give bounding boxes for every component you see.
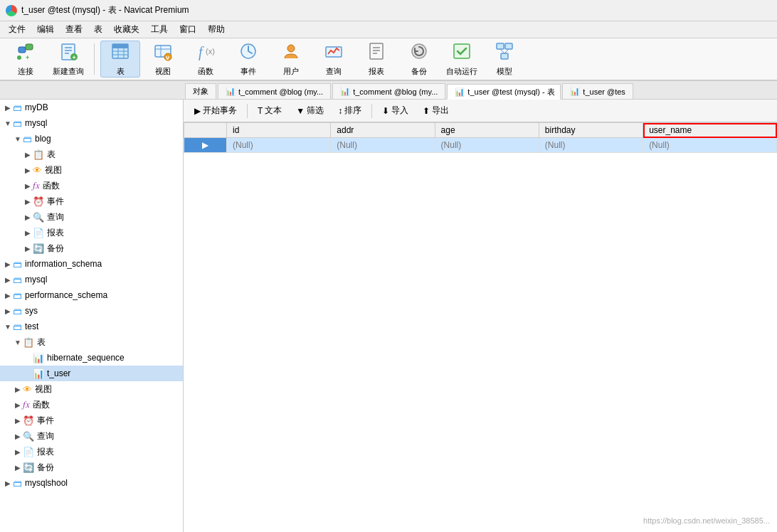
sidebar-item-mysql-db[interactable]: ▶ 🗃 mysql [0,272,183,287]
toolbar-view[interactable]: v 视图 [143,41,183,78]
filter-btn[interactable]: ▼ 筛选 [290,102,330,119]
toolbar-table[interactable]: 表 [100,41,140,78]
toolbar-query[interactable]: 查询 [314,41,354,78]
cell-username[interactable]: (Null) [643,138,777,153]
func-icon-blog: 𝑓𝑥 [33,180,40,191]
begin-transaction-btn[interactable]: ▶ 开始事务 [188,102,243,119]
tab-t-user-test-2[interactable]: 📊 t_user @tes [562,83,633,99]
tab-icon-4: 📊 [570,87,580,96]
toolbar-event[interactable]: 事件 [228,41,268,78]
col-header-username[interactable]: user_name [643,123,777,138]
tab-t-comment-2[interactable]: 📊 t_comment @blog (my... [332,83,445,99]
arrow-test: ▼ [3,323,13,331]
sidebar-item-blog-view[interactable]: ▶ 👁 视图 [0,162,183,178]
menu-favorites[interactable]: 收藏夹 [108,22,145,37]
svg-rect-33 [505,43,512,49]
col-header-birthday[interactable]: birthday [539,123,643,138]
svg-text:(x): (x) [206,47,215,55]
data-table-wrap[interactable]: id addr age birthday user_name ▶ (Null) … [184,122,777,532]
label-test: test [25,321,38,331]
sidebar-item-blog-func[interactable]: ▶ 𝑓𝑥 函数 [0,178,183,193]
label-blog-backup: 备份 [47,243,64,255]
sort-btn[interactable]: ↕ 排序 [332,102,368,119]
toolbar-model[interactable]: 模型 [485,41,524,78]
model-label: 模型 [497,66,512,77]
sidebar-item-hibernate-sequence[interactable]: ▶ 📊 hibernate_sequence [0,350,183,366]
app-logo [6,5,17,16]
action-bar: ▶ 开始事务 T 文本 ▼ 筛选 ↕ 排序 ⬇ 导入 ⬆ [184,100,777,122]
arrow-blog-table: ▶ [23,151,33,159]
arrow-blog-query: ▶ [23,213,33,221]
table-label: 表 [117,66,125,77]
sidebar-item-t-user[interactable]: ▶ 📊 t_user [0,366,183,381]
menu-tools[interactable]: 工具 [145,22,174,37]
svg-text:f: f [199,44,204,60]
sidebar-item-sys[interactable]: ▶ 🗃 sys [0,303,183,319]
menu-table[interactable]: 表 [88,22,108,37]
cell-birthday[interactable]: (Null) [539,138,643,153]
import-btn[interactable]: ⬇ 导入 [376,102,415,119]
sidebar-item-mydb[interactable]: ▶ 🗃 myDB [0,100,183,115]
filter-icon: ▼ [296,106,305,116]
sidebar-item-test-event[interactable]: ▶ ⏰ 事件 [0,413,183,428]
sidebar-item-test-func[interactable]: ▶ 𝑓𝑥 函数 [0,397,183,413]
label-info-schema: information_schema [25,259,102,269]
col-header-id[interactable]: id [227,123,331,138]
sidebar-item-test-query[interactable]: ▶ 🔍 查询 [0,428,183,444]
import-icon: ⬇ [382,106,389,116]
sidebar-item-blog-table[interactable]: ▶ 📋 表 [0,147,183,162]
query-label: 查询 [326,66,342,77]
tab-t-user-test[interactable]: 📊 t_user @test (mysql) - 表 [447,84,561,100]
svg-line-36 [504,49,509,53]
sidebar-item-performance-schema[interactable]: ▶ 🗃 performance_schema [0,287,183,303]
sidebar-item-test-view[interactable]: ▶ 👁 视图 [0,381,183,397]
svg-rect-1 [26,44,33,50]
sidebar-item-test[interactable]: ▼ 🗃 test [0,319,183,334]
menu-edit[interactable]: 编辑 [31,22,60,37]
col-header-addr[interactable]: addr [331,123,435,138]
menu-window[interactable]: 窗口 [174,22,202,37]
cell-age[interactable]: (Null) [435,138,539,153]
toolbar-user[interactable]: 用户 [271,41,311,78]
label-sys: sys [25,306,38,316]
toolbar-new-query[interactable]: + 新建查询 [48,41,88,78]
table-icon-blog: 📋 [33,149,44,160]
toolbar-function[interactable]: f (x) 函数 [186,41,226,78]
cell-addr[interactable]: (Null) [331,138,435,153]
toolbar-connect[interactable]: + 连接 [6,41,46,78]
text-label: 文本 [265,105,282,117]
text-btn[interactable]: T 文本 [251,102,288,119]
sidebar-item-test-backup[interactable]: ▶ 🔄 备份 [0,459,183,475]
col-header-age[interactable]: age [435,123,539,138]
cell-id[interactable]: (Null) [227,138,331,153]
menu-help[interactable]: 帮助 [202,22,231,37]
action-sep-1 [247,104,248,118]
sidebar-item-blog[interactable]: ▼ 🗃 blog [0,131,183,147]
export-btn[interactable]: ⬆ 导出 [416,102,455,119]
sidebar-item-mysqlshool[interactable]: ▶ 🗃 mysqlshool [0,475,183,491]
sidebar-item-test-table[interactable]: ▼ 📋 表 [0,334,183,350]
view-icon-test: 👁 [23,384,32,395]
menu-view[interactable]: 查看 [60,22,88,37]
toolbar-report[interactable]: 报表 [356,41,396,78]
arrow-blog-backup: ▶ [23,245,33,252]
sidebar-item-blog-query[interactable]: ▶ 🔍 查询 [0,209,183,225]
sidebar-item-blog-event[interactable]: ▶ ⏰ 事件 [0,193,183,209]
sidebar-item-information-schema[interactable]: ▶ 🗃 information_schema [0,256,183,272]
query-icon-test: 🔍 [23,431,34,442]
sidebar-item-blog-report[interactable]: ▶ 📄 报表 [0,225,183,240]
tab-objects[interactable]: 对象 [185,83,216,99]
toolbar-backup[interactable]: 备份 [399,41,439,78]
table-row[interactable]: ▶ (Null) (Null) (Null) (Null) (Null) [184,138,777,153]
menu-file[interactable]: 文件 [3,22,31,37]
sidebar-item-test-report[interactable]: ▶ 📄 报表 [0,444,183,459]
db-icon-sys: 🗃 [13,306,22,316]
tab-icon-1: 📊 [226,87,236,96]
tab-t-comment-1[interactable]: 📊 t_comment @blog (my... [218,83,331,99]
export-label: 导出 [432,105,449,117]
sidebar-item-blog-backup[interactable]: ▶ 🔄 备份 [0,240,183,256]
toolbar-auto-run[interactable]: 自动运行 [442,41,482,78]
label-perf-schema: performance_schema [25,290,107,300]
sidebar-item-mysql[interactable]: ▼ 🗃 mysql [0,115,183,131]
sort-label: 排序 [344,105,361,117]
